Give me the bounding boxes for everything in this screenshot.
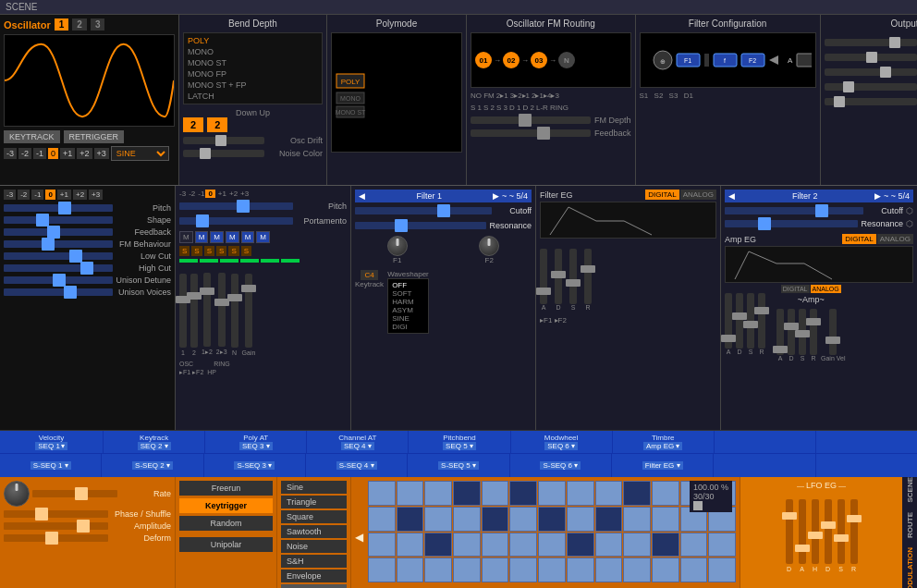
- seq-cell-1-8[interactable]: [595, 507, 623, 532]
- seq-grid[interactable]: [368, 481, 736, 582]
- wave-square-btn[interactable]: Square: [281, 510, 347, 523]
- amp-digital-btn[interactable]: DIGITAL: [781, 285, 810, 293]
- seq-cell-3-6[interactable]: [538, 557, 566, 582]
- osc-num-3[interactable]: 3: [91, 18, 105, 31]
- waveshaper-harm[interactable]: HARM: [392, 298, 424, 306]
- seq-cell-3-10[interactable]: [652, 557, 679, 582]
- mixer-s6[interactable]: S: [241, 246, 251, 256]
- filter1-cutoff-slider[interactable]: [355, 207, 492, 214]
- filter-opt-d1[interactable]: D1: [684, 92, 693, 100]
- pitch-slider[interactable]: [4, 204, 113, 212]
- filter-eg-a-thumb[interactable]: [536, 288, 551, 295]
- fm-node-02[interactable]: 02: [503, 52, 520, 68]
- seq-cell-2-8[interactable]: [595, 533, 623, 557]
- bend-option-mono[interactable]: MONO: [186, 46, 320, 57]
- semi-btn--1[interactable]: -1: [33, 148, 46, 159]
- lfo-eg-d1-thumb[interactable]: [782, 512, 797, 520]
- bend-option-monofp[interactable]: MONO FP: [186, 68, 320, 80]
- semi-btn--3[interactable]: -3: [4, 148, 17, 159]
- filter1-f2-knob[interactable]: [479, 236, 499, 256]
- low-cut-slider[interactable]: [4, 252, 113, 260]
- send-fx2-slider[interactable]: [825, 98, 917, 105]
- mixer-m4[interactable]: M: [226, 231, 239, 243]
- seq-cell-1-1[interactable]: [397, 507, 424, 532]
- filter1-resonance-slider[interactable]: [355, 222, 486, 229]
- wave-sawtooth-btn[interactable]: Sawtooth: [281, 525, 347, 538]
- scene-portamento-slider[interactable]: [179, 217, 293, 225]
- fm-feedback-slider[interactable]: [471, 129, 591, 137]
- seq-cell-0-4[interactable]: [482, 481, 509, 506]
- seq-cell-2-1[interactable]: [397, 533, 424, 557]
- route-sseq5-btn[interactable]: S-SEQ 5 ▾: [438, 461, 479, 470]
- route-channat-btn[interactable]: SEQ 4 ▾: [341, 442, 374, 450]
- amp-eg-r-thumb[interactable]: [754, 307, 769, 314]
- scene-pitch-slider[interactable]: [179, 202, 293, 210]
- filter-eg-digital[interactable]: DIGITAL: [645, 190, 679, 200]
- route-sseq2-btn[interactable]: S-SEQ 2 ▾: [132, 461, 173, 470]
- mixer-s1[interactable]: S: [179, 246, 190, 256]
- route-velocity-btn[interactable]: SEQ 1 ▾: [35, 442, 67, 450]
- semi-display--1[interactable]: -1: [31, 190, 43, 200]
- pan-slider[interactable]: [825, 54, 917, 61]
- filter2-cutoff-slider[interactable]: [725, 207, 863, 214]
- semi-display-+1[interactable]: +1: [57, 190, 71, 200]
- wave-sh-btn[interactable]: S&H: [281, 555, 347, 568]
- mixer-s3[interactable]: S: [204, 246, 214, 256]
- seq-cell-1-9[interactable]: [623, 507, 651, 532]
- waveshaper-sine[interactable]: SINE: [392, 314, 424, 323]
- semi-display-+3[interactable]: +3: [89, 190, 103, 200]
- lfo-phase-slider[interactable]: [4, 510, 108, 518]
- seq-cell-0-2[interactable]: [424, 481, 452, 506]
- seq-cell-1-5[interactable]: [509, 507, 537, 532]
- route-keytrack-btn[interactable]: SEQ 2 ▾: [138, 442, 171, 450]
- width-slider[interactable]: [825, 68, 917, 76]
- route-sseq1-btn[interactable]: S-SEQ 1 ▾: [31, 461, 71, 470]
- route-sseq4-btn[interactable]: S-SEQ 4 ▾: [336, 461, 377, 470]
- fm-node-01[interactable]: 01: [475, 52, 492, 68]
- unison-voices-slider[interactable]: [4, 288, 113, 296]
- seq-cell-3-7[interactable]: [567, 557, 594, 582]
- lfo-eg-s1-thumb[interactable]: [834, 534, 849, 542]
- seq-cell-2-3[interactable]: [453, 533, 481, 557]
- bend-up[interactable]: 2: [207, 117, 227, 132]
- mixer-m6[interactable]: M: [256, 231, 270, 243]
- amp-eg-s-thumb[interactable]: [743, 321, 758, 328]
- mixer-s4[interactable]: S: [216, 246, 226, 256]
- semi-display-0[interactable]: 0: [45, 190, 55, 200]
- bend-option-monost[interactable]: MONO ST: [186, 57, 320, 68]
- lfo-eg-d2-thumb[interactable]: [821, 521, 836, 529]
- filter-eg-s-thumb[interactable]: [566, 279, 581, 287]
- seq-cell-3-1[interactable]: [397, 557, 424, 582]
- seq-cell-3-9[interactable]: [623, 557, 651, 582]
- seq-cell-1-2[interactable]: [424, 507, 452, 532]
- seq-cell-0-8[interactable]: [595, 481, 623, 506]
- route-timbre-btn[interactable]: Amp EG ▾: [643, 442, 682, 450]
- osc-num-1[interactable]: 1: [55, 18, 69, 31]
- osc-num-2[interactable]: 2: [72, 18, 87, 31]
- seq-cell-2-7[interactable]: [567, 533, 594, 557]
- wave-sine-btn[interactable]: Sine: [281, 481, 347, 494]
- filter2-resonance-slider[interactable]: [725, 220, 858, 227]
- seq-cell-0-3[interactable]: [453, 481, 481, 506]
- lfo-freerun-btn[interactable]: Freerun: [179, 481, 273, 496]
- vfader-5-thumb[interactable]: [227, 294, 242, 301]
- lfo-unipolar-btn[interactable]: Unipolar: [179, 537, 273, 552]
- semi-btn-+2[interactable]: +2: [77, 148, 92, 159]
- seq-cell-1-10[interactable]: [652, 507, 679, 532]
- seq-cell-2-10[interactable]: [652, 533, 679, 557]
- semi-display--3[interactable]: -3: [4, 190, 16, 200]
- scene-semi-0[interactable]: 0: [205, 190, 214, 198]
- seq-cell-0-9[interactable]: [623, 481, 651, 506]
- filter1-f1-knob[interactable]: [387, 236, 408, 256]
- seq-cell-3-4[interactable]: [482, 557, 509, 582]
- filter-eg-analog[interactable]: ANALOG: [680, 190, 716, 200]
- route-pitchbend-btn[interactable]: SEQ 5 ▾: [443, 442, 476, 450]
- noise-color-slider[interactable]: [183, 150, 264, 157]
- shape-slider[interactable]: [4, 216, 113, 224]
- volume-slider[interactable]: [825, 39, 917, 46]
- semi-btn-0[interactable]: 0: [48, 148, 58, 159]
- waveshaper-digi[interactable]: DIGI: [392, 323, 424, 331]
- amp-analog-btn[interactable]: ANALOG: [811, 285, 841, 293]
- waveshaper-asym[interactable]: ASYM: [392, 306, 424, 314]
- feedback-slider[interactable]: [4, 228, 113, 236]
